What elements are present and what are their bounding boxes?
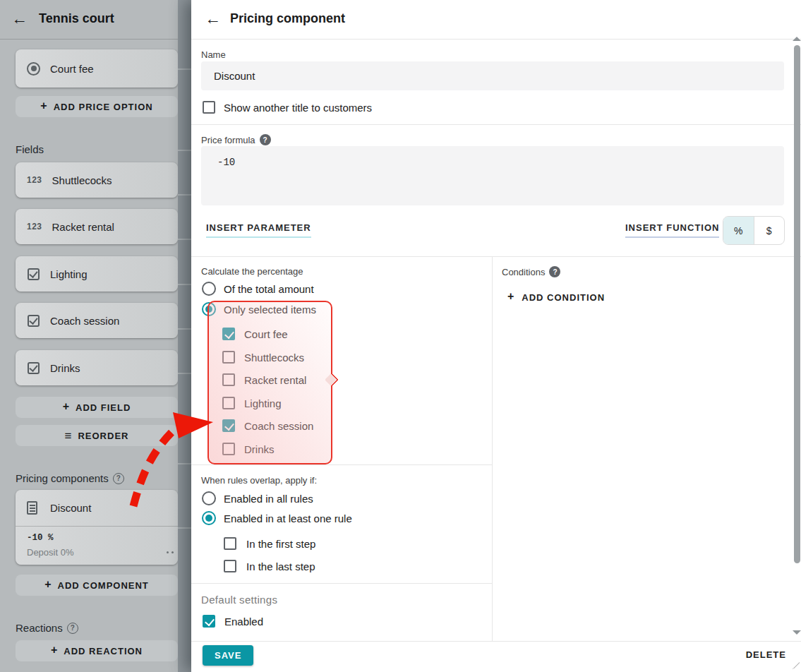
calculate-label: Calculate the percentage: [201, 266, 303, 277]
plus-icon: +: [51, 644, 58, 656]
panel-header: ← Pricing component: [191, 0, 801, 40]
component-formula: -10 %: [27, 533, 178, 543]
save-button[interactable]: SAVE: [203, 645, 253, 666]
scrollbar-down-arrow[interactable]: [793, 630, 801, 635]
sidebar: ← Tennis court Court fee + ADD PRICE OPT…: [0, 0, 191, 672]
scrollbar-up-arrow[interactable]: [793, 37, 801, 41]
price-formula-input[interactable]: -10: [201, 146, 784, 205]
help-icon[interactable]: ?: [113, 473, 124, 484]
radio-enabled-one-rule[interactable]: Enabled in at least one rule: [202, 511, 352, 525]
delete-button[interactable]: DELETE: [746, 649, 786, 660]
radio-enabled-all-rules[interactable]: Enabled in all rules: [202, 491, 313, 505]
plus-icon: +: [44, 579, 52, 590]
conditions-label: Conditions ?: [502, 266, 560, 277]
component-deposit: Deposit 0%: [27, 547, 178, 558]
unit-toggle: % $: [723, 216, 785, 245]
checkbox[interactable]: [222, 397, 235, 409]
sidebar-title: Tennis court: [39, 11, 114, 26]
radio-checked-icon: [27, 62, 40, 76]
help-icon[interactable]: ?: [67, 623, 78, 634]
field-card-lighting[interactable]: Lighting: [16, 256, 178, 292]
field-card-shuttlecocks[interactable]: 123 Shuttlecocks: [16, 162, 178, 198]
name-input[interactable]: [201, 61, 784, 90]
add-field-button[interactable]: + ADD FIELD: [16, 397, 178, 418]
unit-percent-button[interactable]: %: [723, 217, 754, 244]
default-settings-label: Default settings: [201, 594, 277, 606]
field-card-drinks[interactable]: Drinks: [16, 350, 178, 385]
add-component-button[interactable]: + ADD COMPONENT: [16, 575, 178, 596]
reactions-section-label: Reactions ?: [16, 622, 78, 634]
add-condition-button[interactable]: + ADD CONDITION: [507, 292, 605, 303]
radio-button[interactable]: [202, 302, 216, 316]
help-icon[interactable]: ?: [549, 266, 560, 277]
field-card-racket-rental[interactable]: 123 Racket rental: [16, 209, 178, 244]
radio-button[interactable]: [202, 491, 216, 505]
checkbox[interactable]: [224, 560, 236, 572]
item-checkbox-racket-rental[interactable]: Racket rental: [222, 373, 306, 386]
item-checkbox-court-fee[interactable]: Court fee: [222, 328, 288, 340]
checkbox[interactable]: [224, 537, 236, 550]
unit-dollar-button[interactable]: $: [754, 217, 785, 244]
add-price-option-button[interactable]: + ADD PRICE OPTION: [16, 96, 178, 117]
item-checkbox-shuttlecocks[interactable]: Shuttlecocks: [222, 351, 304, 364]
checkbox[interactable]: [203, 615, 215, 628]
overlap-label: When rules overlap, apply if:: [201, 475, 317, 486]
sidebar-gap: [178, 0, 191, 672]
drag-handle-icon[interactable]: [167, 551, 169, 553]
scrollbar-thumb[interactable]: [794, 45, 800, 563]
item-checkbox-lighting[interactable]: Lighting: [222, 397, 282, 409]
component-card-header: Discount: [16, 490, 178, 527]
help-icon[interactable]: ?: [260, 134, 271, 145]
back-arrow-icon[interactable]: ←: [205, 9, 221, 28]
add-reaction-button[interactable]: + ADD REACTION: [16, 640, 178, 661]
item-checkbox-coach-session[interactable]: Coach session: [222, 419, 313, 432]
checkbox[interactable]: [222, 351, 235, 364]
name-label: Name: [201, 49, 226, 60]
checkbox-last-step[interactable]: In the last step: [224, 560, 315, 572]
insert-function-button[interactable]: INSERT FUNCTION: [625, 222, 719, 238]
sidebar-header: ← Tennis court: [0, 0, 178, 40]
radio-button[interactable]: [202, 282, 216, 296]
pricing-components-section-label: Pricing components ?: [16, 472, 124, 484]
checkbox-first-step[interactable]: In the first step: [224, 537, 315, 550]
numeric-123-icon: 123: [27, 222, 42, 232]
document-icon: [27, 501, 37, 515]
panel-title: Pricing component: [230, 11, 345, 26]
radio-only-selected-items[interactable]: Only selected items: [202, 302, 316, 316]
show-title-checkbox-row[interactable]: Show another title to customers: [203, 101, 372, 114]
checkbox[interactable]: [222, 443, 235, 455]
reorder-button[interactable]: ≡ REORDER: [16, 425, 178, 446]
checkbox[interactable]: [203, 101, 215, 114]
fields-section-label: Fields: [16, 143, 44, 155]
component-card-discount[interactable]: Discount -10 % Deposit 0%: [16, 490, 178, 565]
checkbox[interactable]: [222, 373, 235, 386]
component-name: Discount: [50, 502, 91, 514]
plus-icon: +: [507, 291, 514, 302]
price-option-label: Court fee: [50, 63, 94, 75]
reorder-icon: ≡: [65, 430, 73, 442]
checkbox-icon: [28, 362, 40, 374]
pricing-component-panel: ← Pricing component Name Show another ti…: [191, 0, 801, 672]
checkbox-icon: [28, 268, 40, 280]
field-card-coach-session[interactable]: Coach session: [16, 303, 178, 338]
item-checkbox-drinks[interactable]: Drinks: [222, 443, 275, 455]
pricing-editor-app: ← Tennis court Court fee + ADD PRICE OPT…: [0, 0, 801, 672]
checkbox[interactable]: [222, 419, 235, 432]
back-arrow-icon[interactable]: ←: [11, 9, 28, 28]
add-price-option-label: ADD PRICE OPTION: [54, 102, 153, 112]
checkbox-enabled[interactable]: Enabled: [203, 615, 263, 628]
insert-parameter-button[interactable]: INSERT PARAMETER: [206, 222, 311, 238]
checkbox-icon: [28, 315, 40, 327]
plus-icon: +: [40, 100, 47, 112]
numeric-123-icon: 123: [27, 175, 42, 185]
plus-icon: +: [63, 401, 70, 412]
price-option-card[interactable]: Court fee: [16, 49, 178, 88]
radio-of-total-amount[interactable]: Of the total amount: [202, 282, 314, 296]
price-formula-label: Price formula ?: [201, 134, 271, 145]
resize-handle-icon[interactable]: [793, 662, 800, 669]
radio-button[interactable]: [202, 511, 216, 525]
checkbox[interactable]: [222, 328, 235, 340]
